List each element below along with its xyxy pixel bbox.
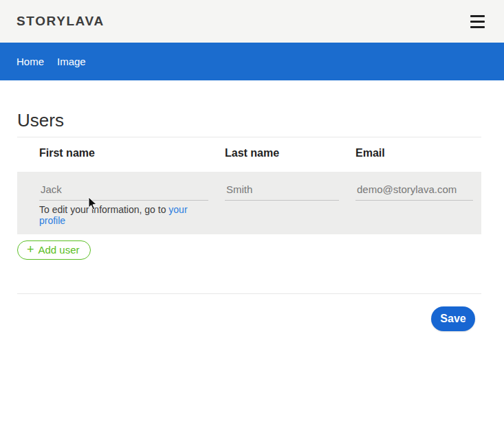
email-input[interactable] (355, 180, 473, 201)
first-name-input[interactable] (39, 180, 208, 201)
save-button[interactable]: Save (431, 306, 475, 331)
last-name-input[interactable] (225, 180, 339, 201)
main-nav: Home Image (0, 43, 504, 80)
plus-icon: + (27, 243, 34, 256)
add-user-button[interactable]: + Add user (17, 240, 91, 260)
users-table-header: First name Last name Email (17, 137, 481, 172)
add-user-label: Add user (39, 244, 80, 256)
app-header: STORYLAVA (0, 0, 504, 43)
hamburger-menu-icon[interactable] (469, 14, 486, 30)
user-table-row: To edit your information, go to your pro… (17, 172, 481, 234)
footer-divider (17, 293, 481, 294)
nav-item-home[interactable]: Home (17, 56, 44, 67)
profile-helper-text: To edit your information, go to your pro… (39, 204, 192, 226)
column-header-first-name: First name (31, 137, 217, 172)
page-title: Users (17, 110, 481, 131)
column-header-last-name: Last name (217, 137, 347, 172)
column-header-email: Email (347, 137, 481, 172)
nav-item-image[interactable]: Image (57, 56, 86, 67)
users-page: Users First name Last name Email To edit… (17, 110, 481, 331)
form-actions: Save (17, 306, 481, 331)
brand-logo: STORYLAVA (17, 14, 105, 29)
